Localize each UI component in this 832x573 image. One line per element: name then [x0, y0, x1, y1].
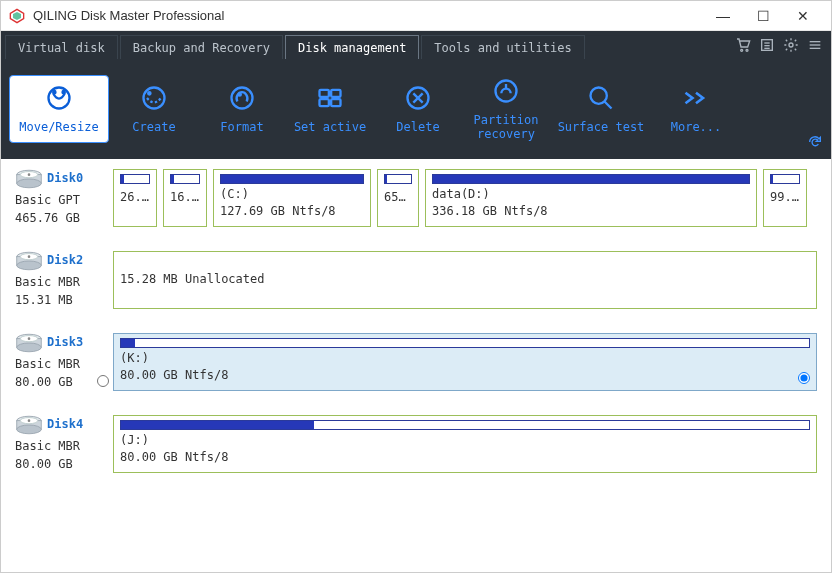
- tab-tools-utilities[interactable]: Tools and utilities: [421, 35, 584, 59]
- svg-point-3: [746, 49, 748, 51]
- delete-label: Delete: [396, 120, 439, 134]
- partition-label: (J:): [120, 433, 810, 447]
- tab-bar: Virtual disk Backup and Recovery Disk ma…: [1, 31, 831, 59]
- svg-marker-1: [13, 12, 21, 20]
- usage-bar: [432, 174, 750, 184]
- partition-label: data(D:): [432, 187, 750, 201]
- disk-radio[interactable]: [97, 375, 109, 387]
- partition-info: 15.28 MB Unallocated: [120, 272, 810, 286]
- partitions: 15.28 MB Unallocated: [113, 251, 817, 309]
- svg-point-33: [28, 173, 31, 176]
- svg-point-13: [53, 91, 55, 93]
- set-active-label: Set active: [294, 120, 366, 134]
- partition[interactable]: data(D:)336.18 GB Ntfs/8: [425, 169, 757, 227]
- partition[interactable]: 99...: [763, 169, 807, 227]
- svg-point-17: [232, 87, 253, 108]
- disk-list: Disk0Basic GPT465.76 GB26...16...(C:)127…: [1, 159, 831, 573]
- disk-header: Disk0Basic GPT465.76 GB: [15, 169, 107, 227]
- disk-type: Basic MBR: [15, 273, 107, 291]
- disk-icon: [15, 169, 43, 189]
- disk-type: Basic MBR: [15, 355, 107, 373]
- partition-info: 16...: [170, 190, 200, 204]
- disk-row: Disk2Basic MBR15.31 MB15.28 MB Unallocat…: [15, 251, 817, 309]
- disk-name: Disk4: [47, 415, 83, 433]
- svg-point-38: [28, 255, 31, 258]
- disk-header: Disk2Basic MBR15.31 MB: [15, 251, 107, 309]
- svg-line-28: [605, 101, 612, 108]
- svg-point-26: [496, 80, 517, 101]
- more-label: More...: [671, 120, 722, 134]
- create-label: Create: [132, 120, 175, 134]
- app-logo-icon: [9, 8, 25, 24]
- partition[interactable]: (J:)80.00 GB Ntfs/8: [113, 415, 817, 473]
- partition[interactable]: 26...: [113, 169, 157, 227]
- svg-rect-21: [320, 99, 329, 106]
- maximize-button[interactable]: ☐: [743, 2, 783, 30]
- svg-point-2: [741, 49, 743, 51]
- window-title: QILING Disk Master Professional: [33, 8, 224, 23]
- cart-icon[interactable]: [731, 31, 755, 59]
- disk-size: 465.76 GB: [15, 209, 107, 227]
- format-icon: [228, 84, 256, 112]
- svg-point-36: [17, 261, 42, 270]
- svg-point-43: [28, 337, 31, 340]
- minimize-button[interactable]: —: [703, 2, 743, 30]
- usage-bar: [220, 174, 364, 184]
- create-icon: [140, 84, 168, 112]
- partition-recovery-label: Partition recovery: [473, 113, 538, 142]
- usage-bar: [120, 338, 810, 348]
- surface-test-icon: [587, 84, 615, 112]
- svg-point-18: [239, 93, 241, 95]
- set-active-icon: [316, 84, 344, 112]
- disk-name: Disk3: [47, 333, 83, 351]
- tab-virtual-disk[interactable]: Virtual disk: [5, 35, 118, 59]
- disk-row: Disk3Basic MBR80.00 GB(K:)80.00 GB Ntfs/…: [15, 333, 817, 391]
- menu-icon[interactable]: [803, 31, 827, 59]
- refresh-icon[interactable]: [807, 134, 823, 153]
- svg-point-27: [591, 87, 607, 103]
- disk-icon: [15, 333, 43, 353]
- svg-point-41: [17, 343, 42, 352]
- partition-info: 26...: [120, 190, 150, 204]
- usage-bar: [770, 174, 800, 184]
- partition-label: (K:): [120, 351, 810, 365]
- partition[interactable]: 65...: [377, 169, 419, 227]
- partition-label: (C:): [220, 187, 364, 201]
- format-button[interactable]: Format: [199, 75, 285, 143]
- close-button[interactable]: ✕: [783, 2, 823, 30]
- usage-bar: [384, 174, 412, 184]
- disk-icon: [15, 415, 43, 435]
- move-resize-icon: [45, 84, 73, 112]
- delete-button[interactable]: Delete: [375, 75, 461, 143]
- gear-icon[interactable]: [779, 31, 803, 59]
- partitions: (J:)80.00 GB Ntfs/8: [113, 415, 817, 473]
- more-button[interactable]: More...: [653, 75, 739, 143]
- usage-bar: [170, 174, 200, 184]
- toolbar: Move/Resize Create Format Set active Del…: [1, 59, 831, 159]
- surface-test-button[interactable]: Surface test: [551, 75, 651, 143]
- partition-info: 127.69 GB Ntfs/8: [220, 204, 364, 218]
- partition[interactable]: (K:)80.00 GB Ntfs/8: [113, 333, 817, 391]
- set-active-button[interactable]: Set active: [287, 75, 373, 143]
- list-icon[interactable]: [755, 31, 779, 59]
- format-label: Format: [220, 120, 263, 134]
- disk-type: Basic GPT: [15, 191, 107, 209]
- surface-test-label: Surface test: [558, 120, 645, 134]
- move-resize-button[interactable]: Move/Resize: [9, 75, 109, 143]
- tab-backup-recovery[interactable]: Backup and Recovery: [120, 35, 283, 59]
- partition-recovery-button[interactable]: Partition recovery: [463, 75, 549, 143]
- partition-info: 80.00 GB Ntfs/8: [120, 368, 810, 382]
- tab-disk-management[interactable]: Disk management: [285, 35, 419, 59]
- disk-size: 80.00 GB: [15, 373, 107, 391]
- partition-info: 65...: [384, 190, 412, 204]
- partition-radio[interactable]: [798, 372, 810, 384]
- disk-name: Disk0: [47, 169, 83, 187]
- partition[interactable]: 15.28 MB Unallocated: [113, 251, 817, 309]
- disk-name: Disk2: [47, 251, 83, 269]
- disk-type: Basic MBR: [15, 437, 107, 455]
- partition[interactable]: (C:)127.69 GB Ntfs/8: [213, 169, 371, 227]
- create-button[interactable]: Create: [111, 75, 197, 143]
- disk-row: Disk0Basic GPT465.76 GB26...16...(C:)127…: [15, 169, 817, 227]
- disk-header: Disk3Basic MBR80.00 GB: [15, 333, 107, 391]
- partition[interactable]: 16...: [163, 169, 207, 227]
